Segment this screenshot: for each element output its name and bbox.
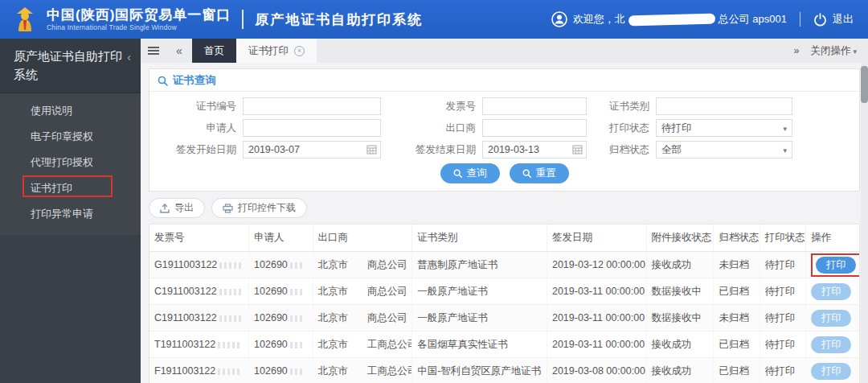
sidebar-item-print-exception[interactable]: 打印异常申请: [0, 201, 141, 227]
header-right: 欢迎您，北 总公司 aps001 退出: [551, 11, 868, 27]
print-button[interactable]: 打印: [816, 257, 856, 274]
cell-issue-date: 2019-03-11 00:00:00: [547, 332, 646, 358]
search-icon: [522, 169, 531, 178]
scroll-tabs-left-icon[interactable]: «: [166, 39, 192, 63]
print-button[interactable]: 打印: [811, 336, 851, 353]
top-header: 中国(陕西)国际贸易单一窗口 China International Trade…: [0, 0, 868, 39]
redaction-mark: [290, 289, 303, 295]
results-table: 发票号申请人出口商证书类别签发日期附件接收状态归档状态打印状态操作 G19110…: [149, 224, 860, 383]
cell-print-status: 待打印: [760, 278, 805, 305]
archive-status-value: 全部: [661, 143, 682, 157]
print-status-value: 待打印: [661, 121, 692, 135]
search-actions: 查询 重置: [149, 160, 859, 191]
cell-applicant: 102690: [249, 358, 313, 383]
table-row: G1911003122102690北京市商总公司普惠制原产地证书2019-03-…: [149, 252, 859, 278]
column-header: 签发日期: [547, 224, 646, 252]
search-panel: 证书查询 证书编号 发票号 证书类别 申请人 出口商 打印状态 待打印 ▾ 签发…: [149, 68, 860, 192]
cell-print-status: 待打印: [760, 358, 805, 383]
welcome-suffix: 总公司 aps001: [719, 12, 787, 27]
cell-cert-type: 一般原产地证书: [412, 305, 547, 332]
chevron-down-icon: ▾: [853, 47, 857, 56]
table-toolbar: 导出 打印控件下载: [149, 198, 860, 218]
column-header: 申请人: [249, 224, 313, 252]
close-operations-dropdown[interactable]: 关闭操作▾: [810, 44, 857, 58]
applicant-input[interactable]: [243, 119, 381, 137]
cert-no-input[interactable]: [243, 97, 381, 115]
scrollbar-thumb[interactable]: [861, 66, 868, 103]
main-content: 证书查询 证书编号 发票号 证书类别 申请人 出口商 打印状态 待打印 ▾ 签发…: [141, 63, 868, 383]
invoice-no-label: 发票号: [387, 100, 476, 113]
cell-issue-date: 2019-03-08 00:00:00: [547, 358, 646, 383]
logout-button[interactable]: 退出: [813, 12, 854, 27]
print-button[interactable]: 打印: [811, 363, 851, 380]
header-divider: [800, 12, 800, 27]
sidebar-item-cert-print[interactable]: 证书打印: [0, 175, 141, 201]
table-body: G1911003122102690北京市商总公司普惠制原产地证书2019-03-…: [149, 252, 859, 383]
cell-archive-status: 未归档: [714, 252, 760, 278]
archive-status-select[interactable]: 全部 ▾: [656, 141, 792, 159]
annotation-box: 打印: [811, 253, 859, 277]
cell-action: 打印: [806, 305, 859, 332]
tab-home[interactable]: 首页: [192, 39, 236, 63]
sidebar-item-label: 代理打印授权: [31, 156, 93, 168]
export-button[interactable]: 导出: [149, 198, 205, 218]
redaction-mark: [290, 315, 303, 322]
search-icon: [453, 169, 462, 178]
cell-cert-type: 一般原产地证书: [412, 278, 547, 305]
cell-exporter: 北京市商总公司: [313, 278, 412, 305]
redaction-mark: [219, 289, 244, 295]
table-row: C1911003122102690北京市商总公司一般原产地证书2019-03-1…: [149, 305, 859, 332]
column-header: 归档状态: [714, 224, 760, 252]
print-button[interactable]: 打印: [811, 310, 851, 327]
query-button[interactable]: 查询: [440, 163, 500, 183]
cell-invoice-no: G1911003122: [149, 252, 249, 278]
cell-exporter: 北京市工商总公司: [313, 358, 412, 383]
cell-action: 打印: [806, 332, 859, 358]
user-avatar-icon: [551, 11, 567, 27]
tab-cert-print[interactable]: 证书打印 ×: [236, 39, 317, 63]
cell-action: 打印: [806, 252, 859, 278]
invoice-no-input[interactable]: [482, 97, 587, 115]
cell-cert-type: 中国-智利自贸区原产地证书: [412, 358, 547, 383]
logout-label: 退出: [833, 12, 854, 27]
cert-type-input[interactable]: [656, 97, 792, 115]
print-status-select[interactable]: 待打印 ▾: [656, 119, 792, 137]
cell-attach-status: 接收成功: [646, 332, 714, 358]
end-date-input[interactable]: [482, 141, 587, 159]
exporter-input[interactable]: [482, 119, 587, 137]
sidebar-title: 原产地证书自助打印系统 ‹: [0, 39, 141, 93]
brand-subtitle: China International Trade Single Window: [47, 23, 231, 31]
sidebar-item-usage-guide[interactable]: 使用说明: [0, 98, 141, 124]
cell-attach-status: 数据接收中: [646, 305, 714, 332]
redaction-mark: [290, 262, 303, 269]
print-control-label: 打印控件下载: [238, 201, 296, 215]
brand-title: 中国(陕西)国际贸易单一窗口: [47, 7, 231, 23]
scroll-tabs-right-icon[interactable]: »: [794, 45, 800, 56]
welcome-prefix: 欢迎您，北: [573, 12, 625, 27]
print-control-download-button[interactable]: 打印控件下载: [211, 198, 307, 218]
sidebar-item-e-seal-auth[interactable]: 电子印章授权: [0, 124, 141, 150]
cell-invoice-no: C1911003122: [149, 278, 249, 305]
tab-label: 证书打印: [248, 44, 289, 58]
sidebar-item-agent-print-auth[interactable]: 代理打印授权: [0, 150, 141, 175]
start-date-input[interactable]: [243, 141, 381, 159]
calendar-icon[interactable]: [572, 144, 583, 154]
reset-button-label: 重置: [536, 167, 556, 180]
column-header: 操作: [806, 224, 859, 252]
export-button-label: 导出: [174, 201, 194, 215]
page-title: 原产地证书自助打印系统: [255, 10, 423, 29]
column-header: 证书类别: [412, 224, 547, 252]
cell-cert-type: 普惠制原产地证书: [412, 252, 547, 278]
table-row: F1911003122102690北京市工商总公司中国-智利自贸区原产地证书20…: [149, 358, 859, 383]
header-divider: [242, 10, 244, 29]
cell-archive-status: 已归档: [714, 332, 760, 358]
calendar-icon[interactable]: [366, 144, 377, 154]
end-date-label: 签发结束日期: [387, 143, 476, 157]
tab-close-icon[interactable]: ×: [294, 46, 305, 56]
table-head-row: 发票号申请人出口商证书类别签发日期附件接收状态归档状态打印状态操作: [149, 224, 859, 252]
menu-toggle-icon[interactable]: [141, 39, 166, 63]
vertical-scrollbar[interactable]: [861, 63, 868, 383]
print-button[interactable]: 打印: [811, 283, 851, 300]
sidebar-collapse-icon[interactable]: ‹: [124, 47, 134, 68]
reset-button[interactable]: 重置: [510, 163, 569, 183]
